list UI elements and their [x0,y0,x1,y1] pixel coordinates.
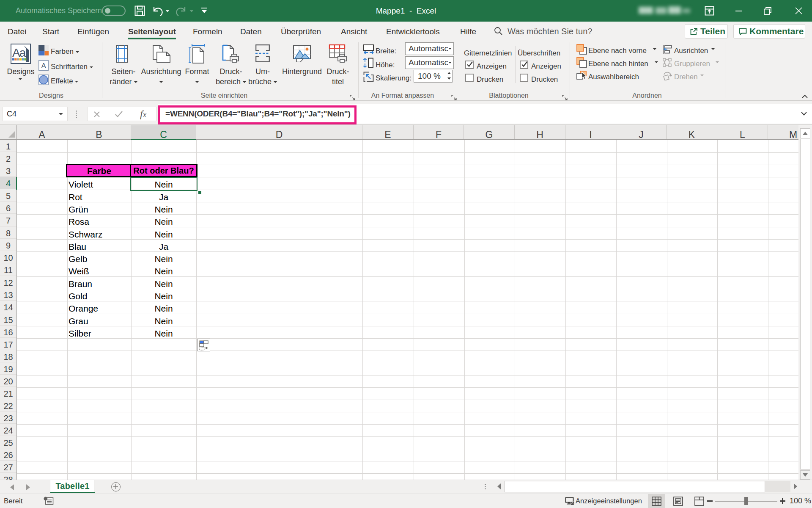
svg-text:Aa: Aa [12,46,26,59]
svg-text:A: A [41,62,47,70]
